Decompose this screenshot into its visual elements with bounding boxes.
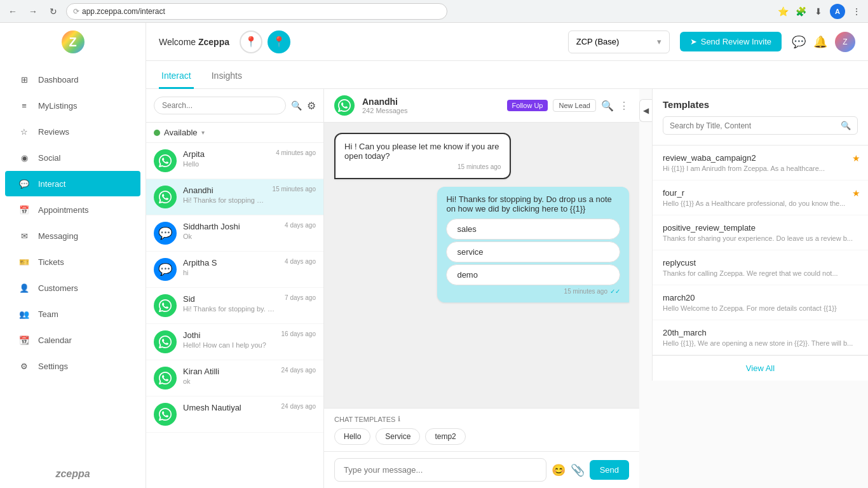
chat-item-jothi[interactable]: Jothi Hello! How can I help you? 16 days… [146, 324, 323, 360]
browser-forward-btn[interactable]: → [25, 4, 41, 19]
settings-icon: ⚙ [18, 360, 31, 372]
messages-area: Hi ! Can you please let me know if you a… [324, 123, 639, 408]
chat-item-kiran[interactable]: Kiran Atilli ok 24 days ago [146, 360, 323, 396]
attachment-icon[interactable]: 📎 [571, 463, 585, 477]
quick-reply-sales[interactable]: sales [446, 219, 620, 240]
chat-item-siddharth[interactable]: 💬 Siddharth Joshi Ok 4 days ago [146, 215, 323, 252]
chat-avatar-umesh [154, 403, 177, 426]
sidebar-item-tickets[interactable]: 🎫 Tickets [5, 249, 140, 274]
follow-up-badge[interactable]: Follow Up [507, 100, 548, 111]
sidebar-item-social[interactable]: ◉ Social [5, 145, 140, 170]
quick-reply-demo[interactable]: demo [446, 264, 620, 285]
emoji-icon[interactable]: 😊 [552, 463, 566, 477]
chat-item-anandhi[interactable]: Anandhi Hi! Thanks for stopping by. Do d… [146, 179, 323, 215]
chat-search-bar: 🔍 ⚙ [146, 89, 323, 123]
sidebar-item-customers[interactable]: 👤 Customers [5, 275, 140, 301]
chat-item-arpita[interactable]: Arpita Hello 4 minutes ago [146, 143, 323, 179]
templates-search-bar[interactable]: 🔍 [663, 116, 858, 135]
filter-icon[interactable]: ⚙ [307, 100, 316, 112]
sidebar-label-calendar: Calendar [38, 336, 72, 345]
browser-ext-icon[interactable]: 🧩 [794, 5, 807, 18]
template-item-march20[interactable]: march20 Hello Welcome to Zceppa. For mor… [653, 285, 868, 320]
sidebar-item-appointments[interactable]: 📅 Appointments [5, 197, 140, 222]
chat-search-input[interactable] [154, 97, 286, 114]
location-dropdown[interactable]: ZCP (Base) ▾ [568, 30, 670, 53]
tab-interact[interactable]: Interact [159, 64, 194, 89]
location-pin-btn[interactable]: 📍 [240, 30, 262, 53]
template-preview-replycust: Thanks for calling Zceppa. We regret tha… [663, 269, 858, 277]
template-chip-temp2[interactable]: temp2 [425, 428, 465, 445]
browser-user-avatar[interactable]: A [830, 4, 845, 19]
sidebar-nav: ⊞ Dashboard ≡ MyListings ☆ Reviews ◉ Soc… [0, 61, 146, 459]
browser-actions: ⭐ 🧩 ⬇ A ⋮ [776, 4, 863, 19]
chat-name-umesh: Umesh Nautiyal [183, 403, 275, 412]
sidebar-item-messaging[interactable]: ✉ Messaging [5, 223, 140, 248]
welcome-name: Zceppa [198, 37, 229, 47]
location-label: ZCP (Base) [576, 37, 620, 46]
browser-download-icon[interactable]: ⬇ [812, 5, 825, 18]
new-lead-badge[interactable]: New Lead [553, 99, 596, 112]
panel-collapse-btn[interactable]: ◀ [639, 99, 652, 122]
template-name-positive-review: positive_review_template [663, 223, 858, 233]
sidebar-item-reviews[interactable]: ☆ Reviews [5, 119, 140, 144]
sidebar-label-social: Social [38, 153, 60, 163]
template-chip-hello[interactable]: Hello [334, 428, 370, 445]
message-time-outgoing-1: 15 minutes ago ✓✓ [446, 288, 620, 295]
browser-menu-icon[interactable]: ⋮ [850, 5, 863, 18]
quick-reply-service[interactable]: service [446, 241, 620, 262]
sidebar-label-settings: Settings [38, 362, 68, 371]
sidebar-label-interact: Interact [38, 179, 65, 189]
browser-back-btn[interactable]: ← [5, 4, 20, 19]
more-options-icon[interactable]: ⋮ [619, 100, 629, 112]
chat-preview-siddharth: Ok [183, 233, 278, 240]
sidebar-item-dashboard[interactable]: ⊞ Dashboard [5, 67, 140, 92]
message-outgoing-1: Hi! Thanks for stopping by. Do drop us a… [437, 187, 629, 302]
chat-time-arpita: 4 minutes ago [276, 149, 316, 156]
sidebar-item-calendar[interactable]: 📆 Calendar [5, 327, 140, 353]
template-item-20th-march[interactable]: 20th_march Hello {{1}}, We are opening a… [653, 320, 868, 355]
chat-header-avatar [334, 95, 355, 116]
map-btn[interactable]: 📍 [268, 30, 290, 53]
browser-reload-btn[interactable]: ↻ [46, 4, 61, 19]
chat-action-icon[interactable]: 💬 [792, 35, 806, 49]
chat-info-kiran: Kiran Atilli ok [183, 367, 275, 385]
browser-url-bar[interactable]: ⟳ app.zceppa.com/interact [66, 3, 447, 20]
tab-insights[interactable]: Insights [209, 64, 245, 89]
template-chip-service[interactable]: Service [376, 428, 420, 445]
template-name-four-r: four_r [663, 188, 858, 198]
template-item-positive-review[interactable]: positive_review_template Thanks for shar… [653, 215, 868, 250]
message-input[interactable] [334, 458, 546, 482]
notification-icon[interactable]: 🔔 [813, 35, 827, 49]
chat-name-sid: Sid [183, 294, 278, 304]
chat-item-sid[interactable]: Sid Hi! Thanks for stopping by. Do drop … [146, 288, 323, 324]
templates-list: review_waba_campaign2 Hi {{1}} I am Anir… [653, 146, 868, 355]
templates-search-input[interactable] [670, 121, 841, 130]
search-in-chat-icon[interactable]: 🔍 [601, 100, 614, 112]
messaging-icon: ✉ [18, 229, 31, 242]
template-item-replycust[interactable]: replycust Thanks for calling Zceppa. We … [653, 250, 868, 285]
user-avatar[interactable]: Z [835, 32, 855, 52]
templates-panel-wrapper: ◀ Templates 🔍 review_waba_campaign2 Hi [639, 89, 868, 488]
sidebar-label-team: Team [38, 309, 58, 319]
sidebar-item-interact[interactable]: 💬 Interact [5, 171, 140, 196]
chat-view: Anandhi 242 Messages Follow Up New Lead … [324, 89, 639, 488]
template-preview-20th-march: Hello {{1}}, We are opening a new store … [663, 339, 858, 347]
send-button[interactable]: Send [590, 460, 629, 480]
chat-list: Arpita Hello 4 minutes ago Anandhi Hi! T… [146, 143, 323, 488]
template-item-four-r[interactable]: four_r Hello {{1}} As a Healthcare profe… [653, 180, 868, 215]
chat-header-message-count: 242 Messages [362, 107, 499, 114]
chat-item-arpithas[interactable]: 💬 Arpitha S hi 4 days ago [146, 252, 323, 288]
status-bar[interactable]: Available ▾ [146, 123, 323, 143]
chat-item-umesh[interactable]: Umesh Nautiyal 24 days ago [146, 396, 323, 433]
search-icon: 🔍 [291, 100, 302, 111]
view-all-link[interactable]: View All [653, 355, 868, 381]
sidebar-item-mylistings[interactable]: ≡ MyListings [5, 93, 140, 118]
template-preview-review-waba: Hi {{1}} I am Anirudh from Zceppa. As a … [663, 165, 858, 172]
template-item-review-waba[interactable]: review_waba_campaign2 Hi {{1}} I am Anir… [653, 146, 868, 180]
top-header: Welcome Zceppa 📍 📍 ZCP (Base) ▾ ➤ Send R… [146, 23, 868, 61]
send-invite-button[interactable]: ➤ Send Review Invite [680, 32, 782, 51]
sidebar-label-messaging: Messaging [38, 231, 78, 241]
sidebar-item-team[interactable]: 👥 Team [5, 301, 140, 327]
sidebar-item-settings[interactable]: ⚙ Settings [5, 353, 140, 379]
browser-star-icon[interactable]: ⭐ [776, 5, 789, 18]
